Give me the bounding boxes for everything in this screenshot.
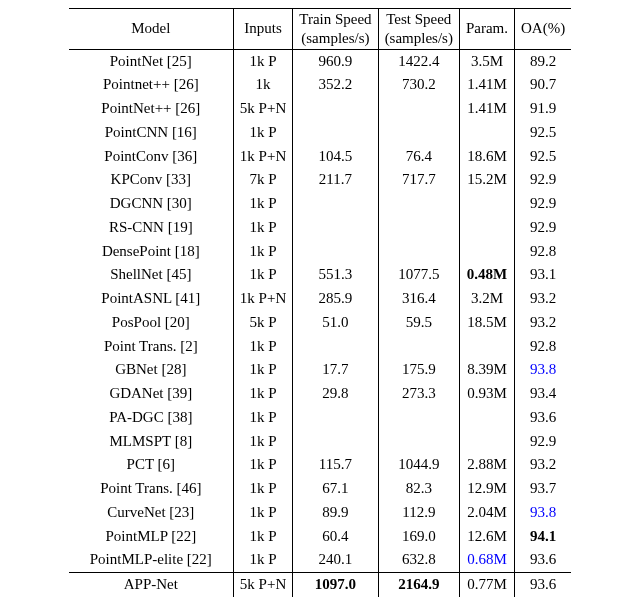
cell-test-text: 175.9 xyxy=(402,361,436,377)
table-row: PointASNL [41]1k P+N285.9316.43.2M93.2 xyxy=(69,287,571,311)
col-oa: OA(%) xyxy=(515,9,572,50)
cell-oa-text: 93.4 xyxy=(530,385,556,401)
cell-model-text: ShellNet [45] xyxy=(110,266,191,282)
cell-test xyxy=(378,192,459,216)
cell-param-text: 1.41M xyxy=(467,100,507,116)
cell-test-text: 273.3 xyxy=(402,385,436,401)
cell-inputs-text: 1k P xyxy=(250,243,277,259)
cell-train: 29.8 xyxy=(293,382,378,406)
cell-train: 89.9 xyxy=(293,501,378,525)
cell-test: 76.4 xyxy=(378,145,459,169)
cell-inputs-text: 1k P xyxy=(250,361,277,377)
cell-inputs-text: 1k P xyxy=(250,504,277,520)
cell-inputs-text: 1k P+N xyxy=(240,148,286,164)
cell-inputs-text: 1k P xyxy=(250,53,277,69)
table-row: ShellNet [45]1k P551.31077.50.48M93.1 xyxy=(69,263,571,287)
cell-test-text: 82.3 xyxy=(406,480,432,496)
cell-inputs: 1k P xyxy=(233,453,292,477)
cell-model: PCT [6] xyxy=(69,453,234,477)
cell-oa: 92.5 xyxy=(515,121,572,145)
cell-oa: 93.4 xyxy=(515,382,572,406)
col-train-bot: (samples/s) xyxy=(301,29,369,48)
cell-model: PointNet [25] xyxy=(69,49,234,73)
cell-model: GDANet [39] xyxy=(69,382,234,406)
cell-oa: 92.9 xyxy=(515,430,572,454)
cell-model: APP-Net xyxy=(69,573,234,597)
cell-param: 3.5M xyxy=(459,49,514,73)
cell-oa-text: 94.1 xyxy=(530,528,556,544)
cell-train-text: 115.7 xyxy=(319,456,352,472)
cell-oa-text: 92.5 xyxy=(530,148,556,164)
cell-inputs-text: 1k P xyxy=(250,219,277,235)
cell-test xyxy=(378,216,459,240)
cell-train-text: 104.5 xyxy=(319,148,353,164)
cell-param-text: 0.77M xyxy=(467,576,507,592)
cell-train: 285.9 xyxy=(293,287,378,311)
table-row: MLMSPT [8]1k P92.9 xyxy=(69,430,571,454)
cell-train-text: 29.8 xyxy=(322,385,348,401)
cell-model-text: GBNet [28] xyxy=(115,361,186,377)
cell-oa: 93.7 xyxy=(515,477,572,501)
cell-test: 1422.4 xyxy=(378,49,459,73)
cell-oa: 93.6 xyxy=(515,573,572,597)
cell-oa: 92.8 xyxy=(515,335,572,359)
cell-param: 0.93M xyxy=(459,382,514,406)
cell-train xyxy=(293,97,378,121)
cell-model: Point Trans. [2] xyxy=(69,335,234,359)
cell-oa: 92.9 xyxy=(515,192,572,216)
cell-train: 240.1 xyxy=(293,548,378,572)
cell-test xyxy=(378,406,459,430)
cell-oa: 93.2 xyxy=(515,453,572,477)
cell-inputs: 5k P xyxy=(233,311,292,335)
cell-model-text: PointNet [25] xyxy=(110,53,192,69)
cell-test: 717.7 xyxy=(378,168,459,192)
cell-param xyxy=(459,192,514,216)
cell-inputs: 1k P xyxy=(233,216,292,240)
cell-param: 1.41M xyxy=(459,73,514,97)
cell-inputs-text: 1k P xyxy=(250,456,277,472)
cell-inputs: 1k P+N xyxy=(233,287,292,311)
cell-inputs: 1k P xyxy=(233,548,292,572)
cell-model-text: PointCNN [16] xyxy=(105,124,197,140)
cell-oa-text: 93.8 xyxy=(530,504,556,520)
cell-model: PointASNL [41] xyxy=(69,287,234,311)
cell-oa-text: 93.8 xyxy=(530,361,556,377)
cell-oa-text: 92.9 xyxy=(530,219,556,235)
cell-param: 0.68M xyxy=(459,548,514,572)
cell-model: DensePoint [18] xyxy=(69,240,234,264)
cell-train: 960.9 xyxy=(293,49,378,73)
cell-train xyxy=(293,240,378,264)
cell-model-text: GDANet [39] xyxy=(109,385,192,401)
cell-model: KPConv [33] xyxy=(69,168,234,192)
cell-inputs: 1k P xyxy=(233,121,292,145)
cell-test xyxy=(378,97,459,121)
cell-model-text: KPConv [33] xyxy=(111,171,191,187)
cell-param-text: 15.2M xyxy=(467,171,507,187)
cell-oa-text: 92.9 xyxy=(530,171,556,187)
cell-model-text: PCT [6] xyxy=(127,456,175,472)
cell-inputs-text: 5k P+N xyxy=(240,576,286,592)
cell-inputs-text: 1k P xyxy=(250,195,277,211)
table-row: PointMLP-elite [22]1k P240.1632.80.68M93… xyxy=(69,548,571,572)
cell-oa: 94.1 xyxy=(515,525,572,549)
cell-param xyxy=(459,121,514,145)
cell-model-text: PointMLP-elite [22] xyxy=(90,551,212,567)
cell-oa: 92.9 xyxy=(515,216,572,240)
cell-oa: 93.6 xyxy=(515,406,572,430)
cell-test-text: 112.9 xyxy=(402,504,435,520)
cell-inputs: 7k P xyxy=(233,168,292,192)
cell-inputs-text: 1k xyxy=(256,76,271,92)
cell-train-text: 211.7 xyxy=(319,171,352,187)
cell-param: 0.48M xyxy=(459,263,514,287)
cell-inputs-text: 1k P xyxy=(250,124,277,140)
cell-oa-text: 92.9 xyxy=(530,195,556,211)
cell-inputs: 1k P xyxy=(233,192,292,216)
cell-oa: 89.2 xyxy=(515,49,572,73)
table-row: Pointnet++ [26]1k352.2730.21.41M90.7 xyxy=(69,73,571,97)
cell-oa-text: 93.6 xyxy=(530,576,556,592)
cell-oa: 92.5 xyxy=(515,145,572,169)
cell-model: PointCNN [16] xyxy=(69,121,234,145)
cell-test: 2164.9 xyxy=(378,573,459,597)
cell-test: 273.3 xyxy=(378,382,459,406)
cell-model: ShellNet [45] xyxy=(69,263,234,287)
